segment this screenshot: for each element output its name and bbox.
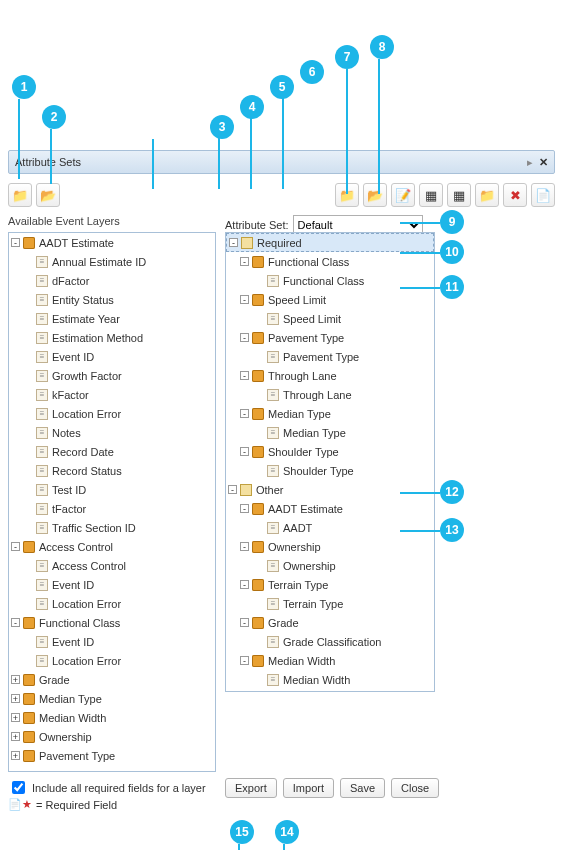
attr-node[interactable]: Record Date <box>9 442 215 461</box>
toggle-icon[interactable]: - <box>240 409 249 418</box>
toggle-icon[interactable]: - <box>240 257 249 266</box>
attr-node[interactable]: Location Error <box>9 651 215 670</box>
attr-node[interactable]: Access Control <box>9 556 215 575</box>
attr-node[interactable]: Speed Limit <box>226 309 434 328</box>
toggle-icon[interactable]: - <box>240 618 249 627</box>
export-button[interactable]: Export <box>225 778 277 798</box>
add-group-button[interactable]: ▦ <box>419 183 443 207</box>
attr-node[interactable]: Estimation Method <box>9 328 215 347</box>
attr-node[interactable]: Event ID <box>9 347 215 366</box>
toggle-icon[interactable]: - <box>228 485 237 494</box>
toggle-icon[interactable]: + <box>11 713 20 722</box>
attr-node[interactable]: Location Error <box>9 404 215 423</box>
attr-node[interactable]: tFactor <box>9 499 215 518</box>
attr-node[interactable]: Pavement Type <box>226 347 434 366</box>
attr-node[interactable]: Through Lane <box>226 385 434 404</box>
attr-node[interactable]: Notes <box>9 423 215 442</box>
toggle-icon[interactable]: - <box>240 333 249 342</box>
attr-node[interactable]: kFactor <box>9 385 215 404</box>
callout-line <box>400 287 440 289</box>
node-label: Estimate Year <box>52 313 120 325</box>
layer-node[interactable]: -Median Type <box>226 404 434 423</box>
attr-node[interactable]: Record Status <box>9 461 215 480</box>
layer-node[interactable]: +Median Width <box>9 708 215 727</box>
attr-node[interactable]: Event ID <box>9 632 215 651</box>
node-label: Event ID <box>52 636 94 648</box>
toggle-icon[interactable]: - <box>240 504 249 513</box>
toggle-icon[interactable]: - <box>240 371 249 380</box>
include-required-checkbox[interactable] <box>12 781 25 794</box>
attr-node[interactable]: Median Type <box>226 423 434 442</box>
layer-node[interactable]: -Shoulder Type <box>226 442 434 461</box>
toggle-icon[interactable]: - <box>240 295 249 304</box>
layer-node[interactable]: -Pavement Type <box>226 328 434 347</box>
layer-node[interactable]: -Ownership <box>226 537 434 556</box>
collapse-all-button[interactable]: 📂 <box>36 183 60 207</box>
attr-node[interactable]: AADT <box>226 518 434 537</box>
layer-node[interactable]: -Functional Class <box>9 613 215 632</box>
toggle-icon[interactable]: - <box>11 542 20 551</box>
layer-node[interactable]: +Pavement Type <box>9 746 215 765</box>
callout-4: 4 <box>240 95 264 119</box>
layer-node[interactable]: +Grade <box>9 670 215 689</box>
toggle-icon[interactable]: - <box>240 447 249 456</box>
layer-node[interactable]: -AADT Estimate <box>226 499 434 518</box>
available-layers-tree[interactable]: -AADT EstimateAnnual Estimate IDdFactorE… <box>8 232 216 772</box>
toggle-icon[interactable]: - <box>11 618 20 627</box>
layer-node[interactable]: -Grade <box>226 613 434 632</box>
callout-line <box>50 129 52 184</box>
remove-group-button[interactable]: ▦ <box>447 183 471 207</box>
layer-node[interactable]: +Median Type <box>9 689 215 708</box>
toggle-icon[interactable]: + <box>11 694 20 703</box>
layer-icon <box>252 541 264 553</box>
attr-node[interactable]: dFactor <box>9 271 215 290</box>
available-layers-label: Available Event Layers <box>8 215 120 227</box>
attr-node[interactable]: Event ID <box>9 575 215 594</box>
attr-node[interactable]: Traffic Section ID <box>9 518 215 537</box>
expand-all-button[interactable]: 📁 <box>8 183 32 207</box>
layer-node[interactable]: -Terrain Type <box>226 575 434 594</box>
attribute-set-tree[interactable]: -Required-Functional ClassFunctional Cla… <box>225 232 435 692</box>
layer-node[interactable]: -Access Control <box>9 537 215 556</box>
toggle-icon[interactable]: - <box>240 656 249 665</box>
folder-node[interactable]: -Other <box>226 480 434 499</box>
attr-node[interactable]: Shoulder Type <box>226 461 434 480</box>
toggle-icon[interactable]: + <box>11 732 20 741</box>
import-button[interactable]: Import <box>283 778 334 798</box>
layer-node[interactable]: -Through Lane <box>226 366 434 385</box>
layer-node[interactable]: -AADT Estimate <box>9 233 215 252</box>
layer-node[interactable]: +Ownership <box>9 727 215 746</box>
layer-node[interactable]: -Speed Limit <box>226 290 434 309</box>
new-set-button[interactable]: 📝 <box>391 183 415 207</box>
toggle-icon[interactable]: - <box>229 238 238 247</box>
attr-node[interactable]: Entity Status <box>9 290 215 309</box>
layer-node[interactable]: -Functional Class <box>226 252 434 271</box>
toggle-icon[interactable]: - <box>11 238 20 247</box>
layer-node[interactable]: -Median Width <box>226 651 434 670</box>
attr-node[interactable]: Ownership <box>226 556 434 575</box>
include-required-label: Include all required fields for a layer <box>32 782 206 794</box>
folder-add-button[interactable]: 📁 <box>475 183 499 207</box>
attr-node[interactable]: Median Width <box>226 670 434 689</box>
attr-node[interactable]: Test ID <box>9 480 215 499</box>
attr-node[interactable]: Growth Factor <box>9 366 215 385</box>
delete-button[interactable]: ✖ <box>503 183 527 207</box>
attr-node[interactable]: Annual Estimate ID <box>9 252 215 271</box>
move-left-button[interactable]: 📂 <box>363 183 387 207</box>
attr-node[interactable]: Location Error <box>9 594 215 613</box>
save-button[interactable]: Save <box>340 778 385 798</box>
toggle-icon[interactable]: + <box>11 675 20 684</box>
node-label: Notes <box>52 427 81 439</box>
attr-node[interactable]: Estimate Year <box>9 309 215 328</box>
close-icon[interactable]: ✕ <box>539 156 548 169</box>
toggle-icon[interactable]: - <box>240 580 249 589</box>
toggle-icon[interactable]: + <box>11 751 20 760</box>
node-label: Access Control <box>39 541 113 553</box>
attr-node[interactable]: Grade Classification <box>226 632 434 651</box>
settings-button[interactable]: 📄 <box>531 183 555 207</box>
attr-node[interactable]: Terrain Type <box>226 594 434 613</box>
folder-node[interactable]: -Required <box>226 233 434 252</box>
toggle-icon[interactable]: - <box>240 542 249 551</box>
collapse-arrow-icon[interactable]: ▸ <box>527 156 533 169</box>
close-button[interactable]: Close <box>391 778 439 798</box>
